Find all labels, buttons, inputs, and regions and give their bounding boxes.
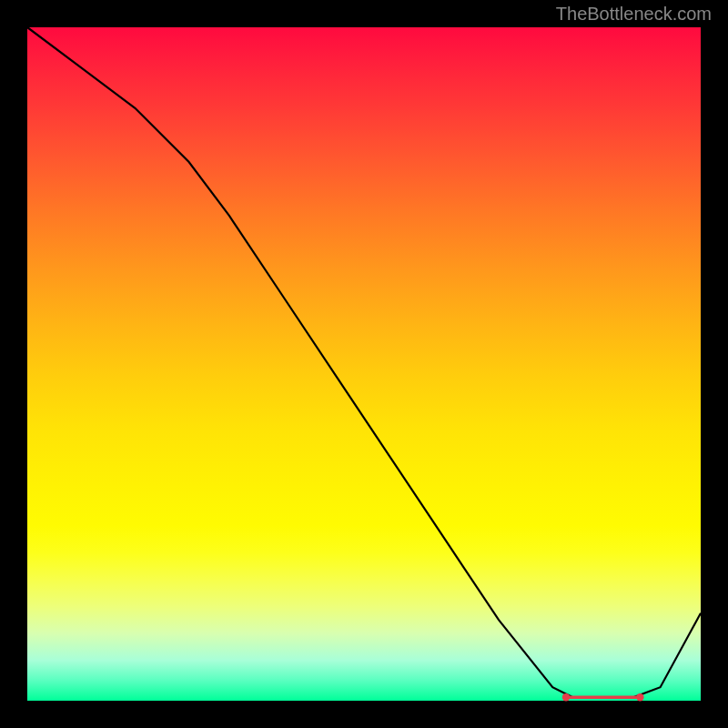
chart-plot-area <box>27 27 701 701</box>
svg-point-2 <box>636 693 643 701</box>
watermark-text: TheBottleneck.com <box>556 4 712 25</box>
chart-svg <box>27 27 701 701</box>
svg-point-1 <box>562 693 570 701</box>
optimal-range-marker <box>562 693 644 701</box>
bottleneck-curve <box>27 27 701 697</box>
